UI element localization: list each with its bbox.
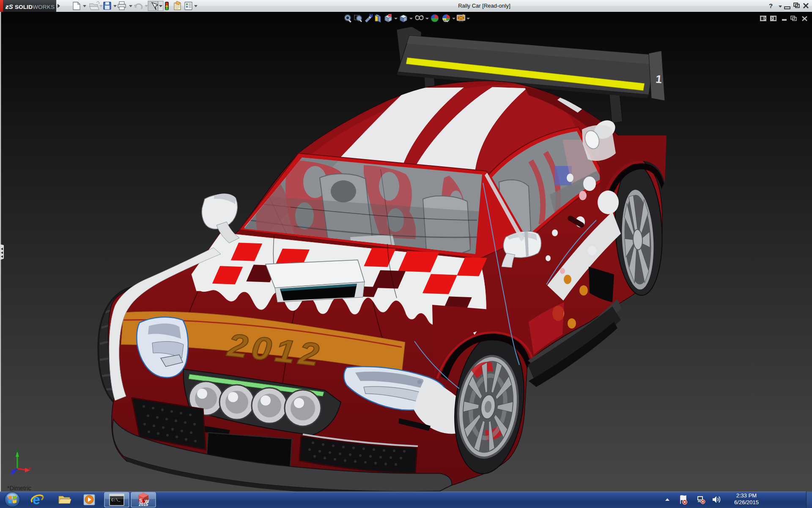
svg-text:2015: 2015 — [139, 502, 148, 507]
svg-text:e: e — [33, 492, 40, 507]
svg-text:*Dimetric: *Dimetric — [7, 485, 31, 491]
svg-text:1: 1 — [655, 72, 662, 86]
